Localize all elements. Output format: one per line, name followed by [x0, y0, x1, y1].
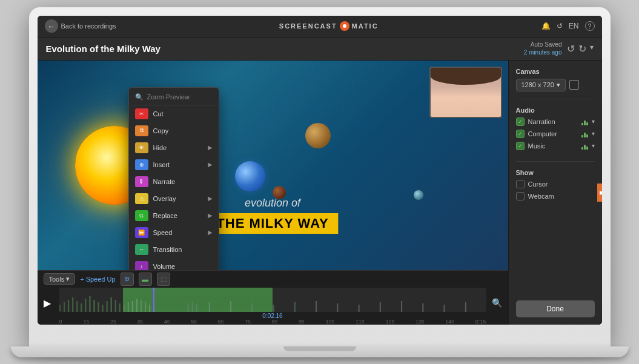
tools-button[interactable]: Tools ▾ [44, 273, 76, 285]
svg-rect-1 [64, 302, 65, 312]
menu-item-hide[interactable]: 👁 Hide ▶ [129, 139, 219, 156]
green-clip-icon: ▬ [142, 276, 148, 283]
planet-2 [235, 161, 265, 191]
timeline-clip-button[interactable]: ⬚ [157, 273, 170, 286]
back-button[interactable]: ← Back to recordings [45, 19, 116, 33]
playhead[interactable] [153, 288, 154, 312]
replace-label: Replace [153, 212, 203, 219]
narrate-label: Narrate [153, 178, 213, 185]
auto-saved-label: Auto Saved [524, 41, 562, 48]
bell-icon[interactable]: 🔔 [541, 22, 551, 30]
svg-rect-0 [59, 305, 61, 312]
menu-item-replace[interactable]: G Replace ▶ [129, 207, 219, 224]
face-hair [431, 68, 501, 85]
menu-item-speed[interactable]: ⏩ Speed ▶ [129, 224, 219, 241]
svg-rect-10 [102, 305, 103, 312]
video-section: evolution of THE MILKY WAY [38, 61, 508, 325]
music-check[interactable]: ✓ [516, 142, 525, 150]
video-text-overlay: evolution of THE MILKY WAY [207, 197, 338, 234]
undo-button[interactable]: ↺ [567, 43, 575, 55]
menu-item-copy[interactable]: ⧉ Copy [129, 122, 219, 139]
panel-collapse-arrow[interactable]: ▶ [597, 184, 602, 202]
svg-rect-36 [422, 303, 423, 312]
video-container: evolution of THE MILKY WAY [38, 61, 508, 270]
timeline-track: ▶ [38, 288, 508, 318]
timeline-green-button[interactable]: ▬ [139, 273, 152, 286]
done-button[interactable]: Done [516, 300, 595, 317]
svg-rect-13 [114, 300, 116, 312]
canvas-aspect-ratio[interactable] [569, 80, 579, 90]
transition-icon: ↔ [135, 244, 148, 255]
current-time: 0:02.16 [59, 313, 486, 318]
svg-rect-28 [251, 303, 253, 312]
timeline-add-button[interactable]: ⊕ [121, 273, 134, 286]
time-ruler: 0 1s 2s 3s 4s 5s 6s 7s 8s [38, 318, 508, 325]
bar1 [581, 147, 583, 150]
lang-label[interactable]: EN [569, 22, 579, 30]
tools-dropdown-icon: ▾ [66, 275, 70, 283]
planet-4 [305, 123, 331, 148]
cursor-label: Cursor [528, 180, 548, 188]
svg-rect-20 [145, 302, 146, 312]
svg-rect-17 [131, 301, 133, 312]
svg-rect-11 [106, 301, 107, 312]
music-dropdown[interactable]: ▾ [592, 142, 595, 149]
speed-arrow: ▶ [208, 229, 213, 236]
timeline-search-icon[interactable]: 🔍 [492, 298, 502, 308]
redo-button[interactable]: ↻ [578, 43, 586, 55]
menu-item-insert[interactable]: ⊕ Insert ▶ [129, 156, 219, 173]
computer-check[interactable]: ✓ [516, 130, 525, 138]
history-icon[interactable]: ↺ [557, 22, 563, 30]
timeline-toolbar: Tools ▾ + Speed Up ⊕ [38, 271, 508, 288]
zoom-preview-label: Zoom Preview [147, 93, 190, 101]
help-icon[interactable]: ? [585, 21, 595, 31]
volume-icon: ♪ [135, 261, 148, 270]
speed-up-button[interactable]: + Speed Up [80, 276, 115, 283]
back-label: Back to recordings [61, 22, 116, 30]
svg-rect-37 [443, 305, 445, 312]
svg-rect-5 [81, 303, 82, 312]
canvas-size-button[interactable]: 1280 x 720 ▾ [516, 79, 566, 91]
copy-icon: ⧉ [135, 125, 148, 136]
narration-check[interactable]: ✓ [516, 117, 525, 126]
evolution-of-text: evolution of [207, 197, 338, 210]
menu-item-overlay[interactable]: ⚠ Overlay ▶ [129, 190, 219, 207]
svg-rect-23 [187, 303, 188, 312]
planet-7 [414, 190, 423, 200]
waveform-svg [59, 288, 486, 312]
bar2 [584, 145, 586, 150]
top-bar: ← Back to recordings SCREENCAST MATIC 🔔 [38, 16, 602, 38]
svg-rect-16 [127, 302, 128, 312]
right-panel: Canvas 1280 x 720 ▾ [508, 61, 602, 325]
bar3 [586, 134, 588, 137]
svg-rect-14 [119, 303, 120, 312]
menu-item-narrate[interactable]: 🎙 Narrate [129, 173, 219, 190]
hide-arrow: ▶ [208, 144, 213, 151]
svg-rect-24 [191, 301, 193, 312]
speed-label: Speed [153, 229, 203, 236]
svg-rect-33 [358, 305, 359, 312]
menu-item-cut[interactable]: ✂ Cut [129, 105, 219, 122]
planet-6 [381, 144, 393, 156]
laptop-base [11, 346, 629, 357]
bar3 [586, 147, 588, 150]
menu-item-volume[interactable]: ♪ Volume [129, 258, 219, 270]
milky-way-title: THE MILKY WAY [207, 213, 338, 234]
svg-rect-19 [140, 300, 141, 312]
play-button[interactable]: ▶ [44, 297, 51, 308]
narration-dropdown[interactable]: ▾ [592, 118, 595, 125]
menu-item-transition[interactable]: ↔ Transition [129, 241, 219, 258]
cursor-check[interactable] [516, 180, 525, 188]
insert-arrow: ▶ [208, 161, 213, 168]
cut-label: Cut [153, 110, 213, 117]
svg-rect-30 [294, 302, 295, 312]
tools-label: Tools [49, 276, 65, 283]
svg-rect-8 [93, 300, 94, 312]
logo-text-right: MATIC [352, 22, 379, 30]
add-clip-icon: ⊕ [124, 275, 130, 283]
computer-dropdown[interactable]: ▾ [592, 130, 595, 137]
more-dropdown[interactable]: ▾ [590, 43, 594, 55]
webcam-check[interactable] [516, 192, 525, 200]
hide-label: Hide [153, 144, 203, 151]
search-icon: 🔍 [135, 93, 144, 101]
